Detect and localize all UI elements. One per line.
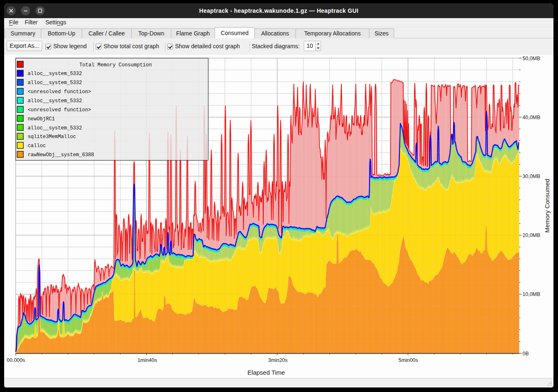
svg-text:20,0MB: 20,0MB: [523, 232, 540, 238]
svg-text:50,0MB: 50,0MB: [523, 56, 540, 61]
svg-text:3min20s: 3min20s: [268, 357, 288, 363]
svg-text:alloc__system_5332: alloc__system_5332: [28, 71, 82, 77]
svg-text:alloc__system_5332: alloc__system_5332: [28, 98, 82, 104]
svg-text:<unresolved function>: <unresolved function>: [28, 89, 91, 95]
svg-text:calloc: calloc: [28, 143, 46, 149]
svg-text:40,0MB: 40,0MB: [523, 115, 540, 120]
svg-text:Elapsed Time: Elapsed Time: [248, 369, 285, 376]
svg-text:alloc__system_5332: alloc__system_5332: [28, 80, 82, 86]
svg-text:sqlite3MemMalloc: sqlite3MemMalloc: [28, 134, 76, 140]
svg-text:00.000s: 00.000s: [7, 357, 25, 363]
svg-text:alloc__system_5332: alloc__system_5332: [28, 125, 82, 131]
svg-text:Memory Consumed: Memory Consumed: [544, 179, 551, 233]
svg-text:Total Memory Consumption: Total Memory Consumption: [79, 62, 152, 68]
svg-text:1min40s: 1min40s: [137, 357, 157, 363]
svg-text:<unresolved function>: <unresolved function>: [28, 107, 91, 113]
svg-text:10,0MB: 10,0MB: [523, 291, 540, 297]
svg-text:0B: 0B: [523, 351, 529, 357]
svg-text:30,0MB: 30,0MB: [523, 174, 540, 179]
svg-text:rawNewObj__system_6388: rawNewObj__system_6388: [28, 152, 94, 158]
svg-text:5min00s: 5min00s: [399, 357, 418, 363]
svg-text:newObjRC1: newObjRC1: [28, 116, 55, 122]
